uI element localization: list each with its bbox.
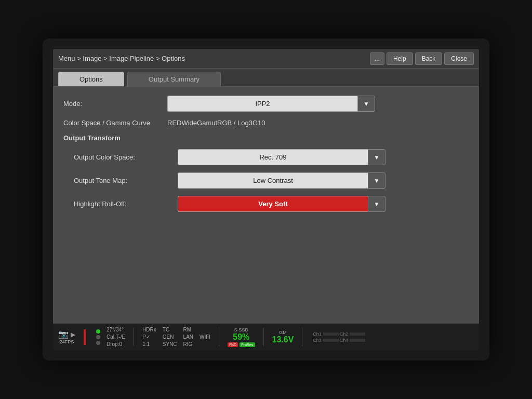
output-color-space-arrow[interactable]: ▼	[368, 149, 385, 165]
more-button[interactable]: ...	[370, 52, 384, 65]
ch1-label: Ch1	[313, 331, 322, 337]
sssd-group: S-SSD 59% R4D ProRes	[228, 327, 255, 347]
gm-value: 13.6V	[272, 335, 294, 344]
ch4-bar	[350, 339, 365, 342]
color-space-row: Color Space / Gamma Curve REDWideGamutRG…	[63, 119, 469, 127]
ch2-bar	[350, 332, 365, 336]
hdrx-group: HDRx P✓ 1:1	[142, 326, 156, 348]
tabs-bar: Options Output Summary	[53, 69, 479, 87]
highlight-rolloff-control: Very Soft ▼	[178, 196, 469, 212]
mode-label: Mode:	[63, 100, 167, 108]
dot-1	[96, 329, 100, 334]
breadcrumb: Menu > Image > Image Pipeline > Options	[58, 55, 185, 62]
tab-options[interactable]: Options	[58, 72, 124, 86]
sync-label: SYNC	[163, 341, 177, 348]
ch3-label: Ch3	[313, 338, 322, 343]
drop-value: Drop:0	[107, 341, 122, 348]
prores-badge: ProRes	[240, 342, 255, 347]
output-tone-map-row: Output Tone Map: Low Contrast ▼	[63, 172, 469, 189]
main-content: Mode: IPP2 ▼ Color Space / Gamma Curve R…	[53, 87, 479, 323]
output-color-space-row: Output Color Space: Rec. 709 ▼	[63, 149, 469, 165]
highlight-rolloff-label: Highlight Roll-Off:	[74, 200, 178, 208]
color-space-value: REDWideGamutRGB / Log3G10	[167, 119, 265, 127]
temp-group: 27°/34° Cal:T-/E Drop:0	[107, 326, 125, 348]
output-tone-map-dropdown[interactable]: Low Contrast	[178, 172, 368, 189]
ch1-bar	[323, 332, 339, 336]
temp-value: 27°/34°	[107, 326, 124, 334]
output-transform-row: Output Transform	[63, 134, 469, 142]
highlight-rolloff-dropdown[interactable]: Very Soft	[178, 196, 368, 212]
camera-group: 📷 ▶ 24FPS	[58, 329, 75, 344]
divider-2	[219, 328, 219, 346]
rig-label: RIG	[183, 341, 193, 348]
dot-3	[96, 341, 100, 345]
header-bar: Menu > Image > Image Pipeline > Options …	[53, 49, 479, 69]
tc-group: TC GEN SYNC	[163, 326, 177, 348]
status-bar: 📷 ▶ 24FPS 27°/34° Cal:T-/E Drop:0	[53, 323, 479, 350]
output-tone-map-label: Output Tone Map:	[74, 177, 178, 184]
gm-group: GM 13.6V	[272, 330, 294, 344]
ch4-item: Ch4	[340, 338, 366, 343]
output-color-space-dropdown[interactable]: Rec. 709	[178, 149, 368, 165]
ch4-label: Ch4	[340, 338, 349, 343]
sssd-value: 59%	[233, 332, 249, 342]
mode-control: IPP2 ▼	[167, 96, 469, 112]
output-tone-map-control: Low Contrast ▼	[178, 172, 469, 189]
ch-grid: Ch1 Ch2 Ch3 Ch4	[313, 331, 365, 343]
ch2-label: Ch2	[340, 331, 349, 337]
ch3-item: Ch3	[313, 338, 339, 343]
divider-1	[134, 328, 134, 346]
r4d-badge: R4D	[228, 342, 238, 347]
red-bar	[84, 329, 86, 345]
wifi-label: WIFI	[200, 334, 210, 341]
ratio-label: 1:1	[142, 341, 150, 348]
mode-dropdown-arrow[interactable]: ▼	[357, 96, 375, 112]
output-color-space-dropdown-wrapper: Rec. 709 ▼	[178, 149, 385, 165]
wifi-group: WIFI	[200, 334, 210, 341]
gm-label: GM	[279, 330, 287, 335]
rm-label: RM	[183, 326, 192, 334]
ch3-bar	[323, 339, 339, 342]
output-transform-label: Output Transform	[63, 134, 121, 142]
play-icon: ▶	[71, 331, 75, 338]
dot-2	[96, 335, 100, 339]
output-color-space-control: Rec. 709 ▼	[178, 149, 469, 165]
highlight-rolloff-dropdown-wrapper: Very Soft ▼	[178, 196, 385, 212]
mode-dropdown[interactable]: IPP2	[167, 96, 357, 112]
mode-dropdown-wrapper: IPP2 ▼	[167, 96, 375, 112]
header-buttons: ... Help Back Close	[370, 52, 474, 65]
pv-label: P✓	[142, 334, 150, 341]
tc-label: TC	[163, 326, 169, 334]
color-space-label: Color Space / Gamma Curve	[63, 119, 167, 127]
screen: Menu > Image > Image Pipeline > Options …	[53, 49, 479, 350]
ch2-item: Ch2	[340, 331, 366, 337]
gen-label: GEN	[163, 334, 174, 341]
sssd-badges: R4D ProRes	[228, 342, 255, 347]
highlight-rolloff-row: Highlight Roll-Off: Very Soft ▼	[63, 196, 469, 212]
color-space-control: REDWideGamutRGB / Log3G10	[167, 119, 469, 127]
monitor-outer: Menu > Image > Image Pipeline > Options …	[43, 38, 489, 361]
output-color-space-label: Output Color Space:	[74, 153, 178, 161]
lan-label: LAN	[183, 334, 193, 341]
tab-output-summary[interactable]: Output Summary	[127, 72, 221, 86]
close-button[interactable]: Close	[444, 52, 474, 65]
rm-group: RM LAN RIG	[183, 326, 193, 348]
output-tone-map-arrow[interactable]: ▼	[368, 172, 385, 189]
status-dots	[96, 329, 100, 345]
sssd-label: S-SSD	[234, 327, 249, 332]
camera-icon: 📷	[58, 329, 69, 339]
divider-4	[302, 328, 302, 346]
divider-3	[263, 328, 264, 346]
output-tone-map-dropdown-wrapper: Low Contrast ▼	[178, 172, 385, 189]
back-button[interactable]: Back	[415, 52, 443, 65]
help-button[interactable]: Help	[387, 52, 413, 65]
mode-row: Mode: IPP2 ▼	[63, 96, 469, 112]
ch1-item: Ch1	[313, 331, 339, 337]
cal-value: Cal:T-/E	[107, 334, 125, 341]
highlight-rolloff-arrow[interactable]: ▼	[368, 196, 385, 212]
fps-label: 24FPS	[60, 339, 74, 344]
hdrx-label: HDRx	[142, 326, 156, 334]
